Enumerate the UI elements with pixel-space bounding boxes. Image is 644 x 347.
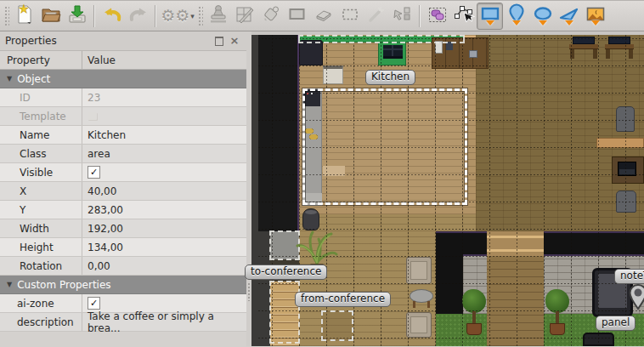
insert-polygon-button[interactable] [556, 3, 582, 30]
float-icon [215, 37, 223, 46]
insert-point-button[interactable] [503, 3, 529, 30]
terrain-brush-button[interactable] [231, 3, 257, 30]
row-label: Y [0, 201, 82, 219]
same-tile-select-button[interactable] [389, 3, 415, 30]
panel-empty-area [0, 332, 246, 346]
toolbar-separator [93, 5, 95, 27]
row-label: Visible [0, 163, 82, 181]
insert-rectangle-button[interactable] [477, 3, 503, 30]
row-value [82, 107, 246, 125]
object-label-note[interactable]: noteT [614, 269, 644, 284]
stamp-brush-button[interactable] [205, 3, 231, 30]
toolbar-drag-handle[interactable] [3, 5, 9, 27]
row-value[interactable]: Take a coffee or simply a brea... [82, 313, 246, 331]
close-panel-button[interactable]: × [228, 35, 241, 47]
close-icon: × [230, 37, 240, 45]
row-value[interactable]: 134,00 [82, 238, 246, 256]
new-file-button[interactable]: ★ [11, 3, 37, 30]
row-value[interactable]: Kitchen [82, 126, 246, 144]
property-row-rotation: Rotation 0,00 [0, 257, 246, 276]
group-header-object[interactable]: ▼ Object [0, 70, 246, 88]
visible-checkbox[interactable]: ✓ [88, 166, 100, 179]
active-tool-arrow-icon [539, 20, 547, 30]
property-row-width: Width 192,00 [0, 219, 246, 238]
object-label-from-conference[interactable]: from-conference [295, 292, 391, 307]
row-label: X [0, 182, 82, 200]
object-label-kitchen[interactable]: Kitchen [365, 70, 415, 85]
collapse-triangle-icon: ▼ [7, 281, 12, 288]
map-pin-icon [629, 284, 644, 311]
magic-wand-icon [365, 3, 387, 28]
object-label-to-conference[interactable]: to-conference [245, 265, 327, 280]
row-value[interactable]: area [82, 145, 246, 162]
bucket-fill-icon [260, 3, 282, 28]
group-label: Object [17, 73, 50, 85]
object-label-panel[interactable]: panel [596, 316, 636, 331]
property-row-name: Name Kitchen [0, 126, 246, 145]
group-label: Custom Properties [17, 279, 110, 291]
toolbar-separator [155, 5, 156, 27]
insert-ellipse-button[interactable] [529, 3, 556, 30]
object-outline [269, 230, 300, 260]
row-label: Class [0, 145, 82, 162]
ai-zone-checkbox[interactable]: ✓ [88, 297, 100, 310]
row-label: Name [0, 126, 82, 144]
magic-wand-button[interactable] [363, 3, 389, 30]
select-objects-button[interactable] [424, 3, 450, 30]
settings-gears-icon: ⚙⚙ [161, 6, 189, 26]
float-panel-button[interactable] [212, 35, 226, 47]
edit-polygons-icon [453, 3, 475, 28]
active-tool-arrow-icon [565, 20, 573, 30]
stamp-brush-icon [207, 3, 229, 28]
row-label: Width [0, 219, 82, 237]
rect-select-button[interactable] [336, 3, 363, 30]
eraser-icon [313, 3, 335, 28]
property-row-description: description Take a coffee or simply a br… [0, 313, 246, 332]
select-objects-icon [427, 3, 449, 28]
row-label: Rotation [0, 257, 82, 275]
bucket-fill-button[interactable] [257, 3, 284, 30]
object-outline [298, 35, 465, 43]
insert-tile-button[interactable] [582, 3, 608, 30]
splitter-grip-icon [247, 282, 251, 301]
property-row-class: Class area [0, 145, 246, 163]
save-icon [66, 3, 88, 28]
edit-polygons-button[interactable] [450, 3, 477, 30]
eraser-button[interactable] [310, 3, 336, 30]
row-value[interactable]: 192,00 [82, 219, 246, 237]
property-row-height: Height 134,00 [0, 238, 246, 257]
row-label: Template [0, 107, 82, 125]
check-icon: ✓ [90, 299, 98, 308]
row-label: Height [0, 238, 82, 256]
undo-button[interactable] [99, 3, 125, 30]
selected-area-object[interactable] [302, 88, 467, 205]
same-tile-select-icon [392, 3, 414, 28]
open-folder-icon [40, 3, 62, 28]
chevron-down-icon: ▾ [190, 12, 195, 20]
property-row-visible: Visible ✓ [0, 163, 246, 182]
group-header-custom-properties[interactable]: ▼ Custom Properties [0, 276, 246, 294]
check-icon: ✓ [90, 168, 98, 177]
toolbar-drag-handle[interactable] [197, 5, 203, 27]
shape-fill-icon [286, 3, 308, 28]
properties-title-bar: Properties × [0, 31, 246, 51]
row-value: 23 [82, 88, 246, 106]
template-placeholder-icon [88, 112, 97, 120]
column-property: Property [0, 51, 82, 69]
shape-fill-button[interactable] [284, 3, 310, 30]
row-value[interactable]: 0,00 [82, 257, 246, 275]
open-file-button[interactable] [37, 3, 64, 30]
row-label: description [0, 313, 82, 331]
row-label: ai-zone [0, 294, 82, 312]
property-row-template: Template [0, 107, 246, 126]
active-tool-arrow-icon [486, 20, 494, 30]
rect-select-icon [339, 3, 361, 28]
redo-button[interactable] [125, 3, 151, 30]
terrain-brush-icon [234, 3, 256, 28]
row-value[interactable]: 283,00 [82, 201, 246, 219]
new-file-icon: ★ [14, 3, 36, 28]
row-value[interactable]: 40,00 [82, 182, 246, 200]
redo-icon [127, 3, 150, 28]
save-button[interactable] [64, 3, 90, 30]
settings-menu-button[interactable]: ⚙⚙▾ [160, 3, 195, 30]
